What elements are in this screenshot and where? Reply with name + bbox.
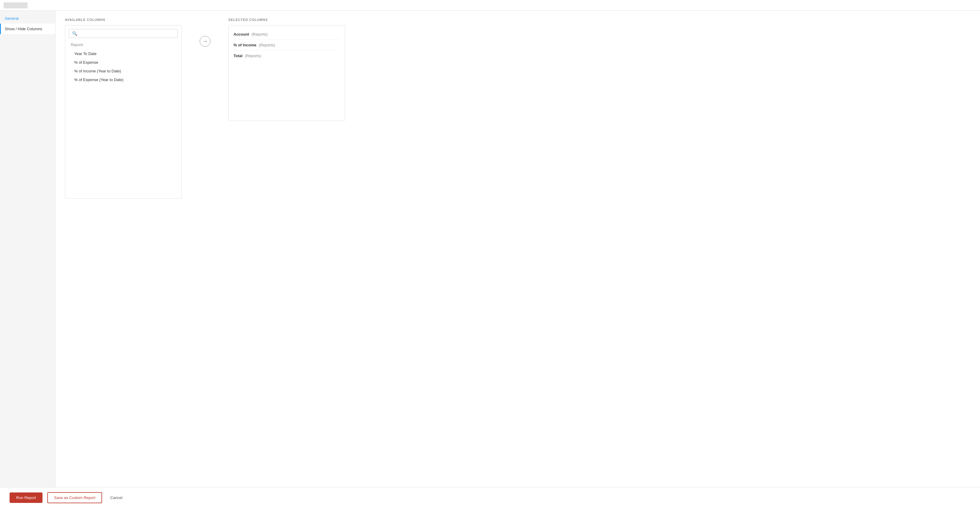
search-bar[interactable]: 🔍 bbox=[69, 29, 178, 38]
selected-label-pct-income: % of Income bbox=[234, 43, 256, 47]
top-bar bbox=[0, 0, 980, 11]
move-to-selected-button[interactable]: → bbox=[200, 36, 210, 47]
sidebar-item-show-hide-columns[interactable]: Show / Hide Columns bbox=[0, 24, 55, 34]
save-custom-report-button[interactable]: Save as Custom Report bbox=[47, 492, 102, 503]
selected-label-account: Account bbox=[234, 32, 249, 37]
sidebar-item-general[interactable]: General bbox=[0, 13, 55, 24]
selected-muted-total: (Reports) bbox=[245, 54, 261, 58]
available-item-pct-income-ytd[interactable]: % of Income (Year to Date) bbox=[69, 67, 178, 75]
cancel-button[interactable]: Cancel bbox=[107, 493, 126, 503]
selected-muted-pct-income: (Reports) bbox=[259, 43, 275, 47]
available-columns-section: AVAILABLE COLUMNS 🔍 Reports Year To Date… bbox=[65, 18, 182, 198]
selected-item-account[interactable]: Account (Reports) bbox=[234, 29, 340, 40]
footer: Run Report Save as Custom Report Cancel bbox=[0, 487, 980, 508]
columns-layout: AVAILABLE COLUMNS 🔍 Reports Year To Date… bbox=[65, 18, 970, 480]
selected-columns-section: SELECTED COLUMNS Account (Reports) % of … bbox=[228, 18, 345, 121]
selected-item-pct-income[interactable]: % of Income (Reports) bbox=[234, 40, 340, 51]
selected-label-total: Total bbox=[234, 54, 242, 58]
main-layout: General Show / Hide Columns AVAILABLE CO… bbox=[0, 11, 980, 487]
sidebar: General Show / Hide Columns bbox=[0, 11, 56, 487]
selected-item-total[interactable]: Total (Reports) bbox=[234, 51, 340, 61]
top-bar-placeholder bbox=[3, 2, 27, 8]
arrow-area: → bbox=[196, 18, 214, 47]
available-item-year-to-date[interactable]: Year To Date bbox=[69, 49, 178, 58]
available-item-pct-expense-ytd[interactable]: % of Expense (Year to Date) bbox=[69, 75, 178, 84]
available-columns-box: 🔍 Reports Year To Date % of Expense % of… bbox=[65, 25, 182, 198]
arrow-right-icon: → bbox=[202, 38, 208, 44]
available-columns-header: AVAILABLE COLUMNS bbox=[65, 18, 182, 22]
search-input[interactable] bbox=[80, 32, 175, 36]
selected-columns-box: Account (Reports) % of Income (Reports) … bbox=[228, 25, 345, 121]
content-area: AVAILABLE COLUMNS 🔍 Reports Year To Date… bbox=[56, 11, 980, 487]
available-item-pct-expense[interactable]: % of Expense bbox=[69, 58, 178, 67]
run-report-button[interactable]: Run Report bbox=[10, 492, 43, 503]
selected-columns-header: SELECTED COLUMNS bbox=[228, 18, 345, 22]
search-icon: 🔍 bbox=[72, 31, 77, 36]
selected-muted-account: (Reports) bbox=[251, 32, 267, 37]
group-label-reports: Reports bbox=[69, 41, 178, 49]
